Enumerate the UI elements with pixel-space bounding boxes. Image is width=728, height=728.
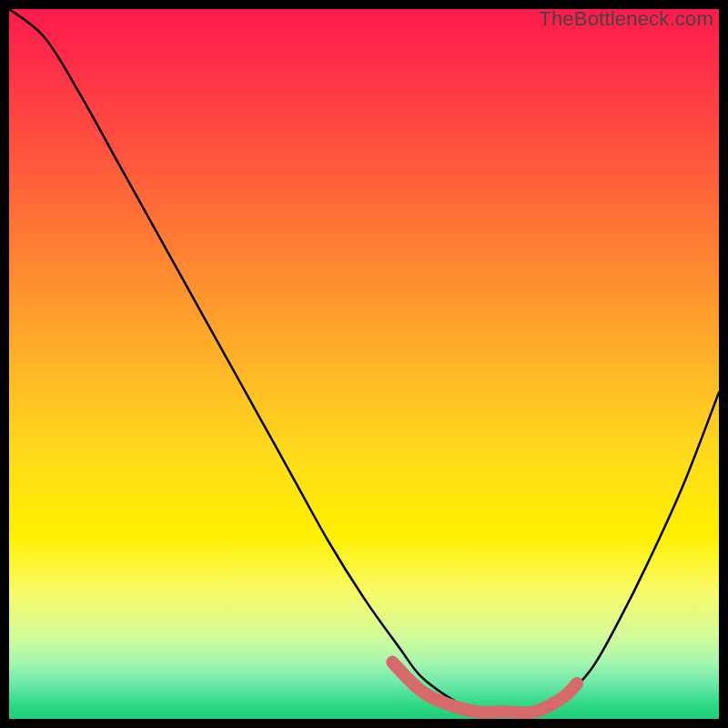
optimal-band-marker — [392, 662, 577, 713]
chart-svg — [9, 9, 719, 719]
bottleneck-curve — [9, 9, 719, 713]
watermark-text: TheBottleneck.com — [539, 7, 713, 31]
